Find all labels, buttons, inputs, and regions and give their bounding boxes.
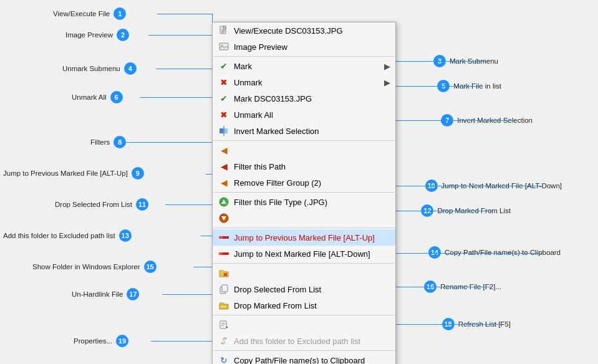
annotation-15-label: Show Folder in Windows Explorer [32, 263, 140, 271]
separator-5 [213, 263, 395, 264]
badge-9: 9 [132, 167, 144, 180]
arrow-icon-2: ▶ [384, 78, 390, 87]
menu-item-filter-type[interactable]: ◀ Remove Filter Group (2) [213, 175, 395, 191]
up-circle-icon [218, 196, 230, 208]
svg-rect-17 [219, 252, 223, 255]
menu-item-remove-filter[interactable]: ◀ Filter this Path [213, 158, 395, 175]
menu-item-rename[interactable] [213, 317, 395, 333]
drop-selected-icon [218, 231, 230, 244]
menu-label-remove-filter: Filter this Path [234, 162, 390, 171]
filter-type-icon: ◀ [218, 176, 230, 189]
arrow-icon: ▶ [384, 62, 390, 71]
annotation-2: Image Preview 2 [65, 29, 129, 41]
menu-item-refresh[interactable]: ↻ Copy Path/File name(s) to Clipboard [213, 352, 395, 364]
filter-remove-icon: ◀ [218, 160, 230, 173]
menu-item-excluded-path[interactable] [213, 265, 395, 281]
badge-15: 15 [144, 261, 157, 273]
badge-11: 11 [136, 198, 148, 211]
folder-open-icon [218, 299, 230, 312]
x-icon: ✖ [218, 76, 230, 89]
filter-icon: ◀ [218, 144, 230, 156]
svg-rect-7 [219, 128, 223, 133]
annotation-1: View/Execute File 1 [53, 7, 126, 20]
check-icon-2: ✔ [218, 92, 230, 105]
menu-label-copy-path: Drop Selected From List [234, 285, 390, 294]
badge-19: 19 [116, 335, 128, 347]
menu-item-mark-file[interactable]: ✔ Mark DSC03153.JPG [213, 90, 395, 107]
file-icon [218, 24, 230, 37]
menu-item-image-preview[interactable]: Image Preview [213, 39, 395, 55]
unlink-icon [218, 335, 230, 347]
annotation-6-label: Unmark All [72, 93, 107, 101]
annotation-15: Show Folder in Windows Explorer 15 [32, 261, 157, 273]
separator-4 [213, 228, 395, 228]
menu-item-unhardlink: Add this folder to Excluded path list [213, 333, 395, 349]
menu-item-copy-path[interactable]: Drop Selected From List [213, 281, 395, 297]
badge-17: 17 [127, 288, 139, 300]
annotation-2-label: Image Preview [65, 31, 113, 39]
annotation-14-label: Copy Path/File name(s) to Clipboard [445, 249, 561, 256]
svg-rect-15 [219, 236, 223, 239]
menu-label-image-preview: Image Preview [234, 42, 390, 52]
badge-1: 1 [113, 7, 126, 20]
badge-6: 6 [110, 91, 123, 103]
annotation-19: Properties... 19 [74, 335, 128, 347]
menu-item-jump-prev[interactable]: Filter this File Type (.JPG) [213, 194, 395, 210]
badge-14: 14 [428, 246, 441, 259]
annotation-17-label: Un-Hardlink File [72, 290, 123, 298]
refresh-icon: ↻ [218, 354, 230, 364]
annotation-14: 14 Copy Path/File name(s) to Clipboard [428, 246, 561, 259]
svg-marker-25 [226, 326, 228, 328]
separator-7 [213, 350, 395, 351]
separator-1 [213, 56, 395, 57]
menu-label-filter-type: Remove Filter Group (2) [234, 178, 390, 188]
svg-rect-21 [222, 285, 228, 292]
annotation-9-label: Jump to Previous Marked File [ALT-Up] [3, 170, 128, 177]
menu-item-filter-path[interactable]: ◀ [213, 142, 395, 158]
menu-item-unmark-all[interactable]: ✖ Unmark All [213, 107, 395, 123]
annotation-9: Jump to Previous Marked File [ALT-Up] 9 [3, 167, 144, 180]
annotation-8-label: Filters [90, 138, 110, 146]
separator-3 [213, 192, 395, 193]
folder-x-icon [218, 267, 230, 279]
drop-marked-icon [218, 247, 230, 260]
badge-4: 4 [124, 62, 137, 75]
rename-icon [218, 318, 230, 331]
menu-item-view-execute[interactable]: View/Execute DSC03153.JPG [213, 22, 395, 39]
menu-item-jump-next[interactable] [213, 210, 395, 226]
badge-2: 2 [117, 29, 129, 41]
x-icon-2: ✖ [218, 108, 230, 121]
menu-item-unmark[interactable]: ✖ Unmark ▶ [213, 74, 395, 90]
separator-2 [213, 140, 395, 141]
annotation-17: Un-Hardlink File 17 [72, 288, 139, 300]
copy-icon [218, 283, 230, 295]
menu-label-show-folder: Drop Marked From List [234, 301, 390, 310]
invert-icon [218, 125, 230, 137]
image-icon [218, 41, 230, 53]
menu-label-unhardlink: Add this folder to Excluded path list [234, 337, 390, 346]
down-circle-icon [218, 212, 230, 224]
menu-item-invert[interactable]: Invert Marked Selection [213, 123, 395, 139]
svg-rect-22 [220, 321, 226, 328]
annotation-13-label: Add this folder to Excluded path list [3, 232, 115, 239]
annotation-6: Unmark All 6 [72, 91, 123, 103]
annotation-13: Add this folder to Excluded path list 13 [3, 229, 132, 242]
separator-6 [213, 315, 395, 315]
svg-line-26 [223, 340, 224, 342]
svg-rect-8 [224, 128, 228, 133]
menu-item-drop-selected[interactable]: Jump to Previous Marked File [ALT-Up] [213, 229, 395, 246]
menu-item-mark[interactable]: ✔ Mark ▶ [213, 58, 395, 74]
menu-item-show-folder[interactable]: Drop Marked From List [213, 297, 395, 314]
menu-label-jump-prev: Filter this File Type (.JPG) [234, 198, 390, 207]
menu-label-unmark: Unmark [234, 78, 384, 87]
svg-rect-1 [223, 26, 226, 29]
annotation-11: Drop Selected From List 11 [55, 198, 148, 211]
check-icon: ✔ [218, 60, 230, 72]
menu-label-drop-selected: Jump to Previous Marked File [ALT-Up] [234, 233, 390, 242]
menu-label-refresh: Copy Path/File name(s) to Clipboard [234, 356, 390, 365]
menu-label-unmark-all: Unmark All [234, 110, 390, 120]
menu-label-invert: Invert Marked Selection [234, 127, 390, 136]
annotation-4: Unmark Submenu 4 [62, 62, 137, 75]
annotation-4-label: Unmark Submenu [62, 65, 120, 72]
menu-item-drop-marked[interactable]: Jump to Next Marked File [ALT-Down] [213, 246, 395, 262]
